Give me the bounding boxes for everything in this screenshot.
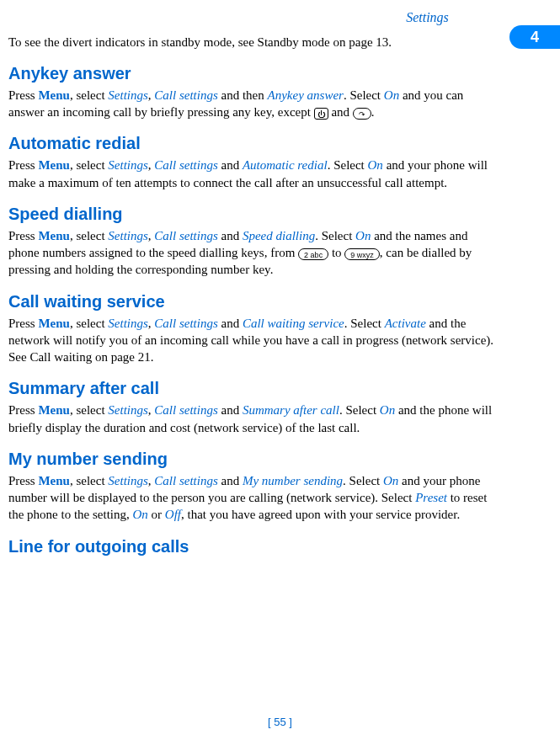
kw-on: On bbox=[380, 403, 395, 417]
kw-my-number-sending: My number sending bbox=[243, 474, 343, 487]
text: . Select bbox=[315, 229, 355, 242]
power-key-icon: ⏻ bbox=[314, 108, 328, 120]
heading-my-number-sending: My number sending bbox=[8, 448, 497, 471]
heading-automatic-redial: Automatic redial bbox=[8, 132, 497, 155]
text: , that you have agreed upon with your se… bbox=[181, 508, 460, 521]
kw-automatic-redial: Automatic redial bbox=[243, 158, 328, 172]
heading-speed-dialling: Speed dialling bbox=[8, 203, 497, 226]
intro-text-pre: To see the divert indicators in standby … bbox=[8, 35, 376, 49]
text: , select bbox=[70, 474, 108, 487]
text: Press bbox=[8, 88, 38, 102]
kw-preset: Preset bbox=[415, 491, 447, 504]
para-anykey-answer: Press Menu, select Settings, Call settin… bbox=[8, 87, 497, 121]
kw-settings: Settings bbox=[108, 474, 148, 487]
kw-speed-dialling: Speed dialling bbox=[243, 229, 315, 242]
heading-summary-after-call: Summary after call bbox=[8, 377, 497, 400]
text: and bbox=[328, 105, 353, 119]
end-key-icon: ↷ bbox=[353, 108, 371, 120]
page-footer: [ 55 ] bbox=[0, 715, 560, 730]
kw-call-settings: Call settings bbox=[154, 229, 217, 242]
category-label: Settings bbox=[406, 10, 449, 24]
text: , select bbox=[70, 229, 108, 242]
kw-settings: Settings bbox=[108, 403, 148, 417]
text: , select bbox=[70, 403, 108, 417]
intro-paragraph: To see the divert indicators in standby … bbox=[8, 34, 497, 51]
text: . Select bbox=[343, 474, 383, 487]
text: . bbox=[371, 105, 375, 119]
kw-call-settings: Call settings bbox=[154, 158, 217, 172]
kw-call-settings: Call settings bbox=[154, 403, 217, 417]
text: , select bbox=[70, 158, 108, 172]
kw-anykey-answer: Anykey answer bbox=[268, 88, 344, 102]
chapter-number: 4 bbox=[531, 27, 539, 47]
kw-menu: Menu bbox=[38, 229, 70, 242]
kw-on: On bbox=[355, 229, 371, 242]
kw-on: On bbox=[368, 158, 383, 172]
kw-menu: Menu bbox=[38, 317, 70, 330]
kw-call-waiting-service: Call waiting service bbox=[243, 317, 344, 330]
page-number: [ 55 ] bbox=[268, 716, 292, 728]
text: Press bbox=[8, 403, 38, 417]
para-automatic-redial: Press Menu, select Settings, Call settin… bbox=[8, 157, 497, 191]
chapter-tab: 4 bbox=[509, 25, 560, 49]
key-2-icon: 2 abc bbox=[298, 248, 328, 260]
text: and bbox=[218, 474, 243, 487]
kw-off: Off bbox=[165, 508, 181, 521]
kw-on: On bbox=[384, 88, 399, 102]
kw-settings: Settings bbox=[108, 229, 148, 242]
text: . Select bbox=[344, 317, 385, 330]
kw-call-settings: Call settings bbox=[154, 317, 217, 330]
kw-call-settings: Call settings bbox=[154, 474, 217, 487]
para-speed-dialling: Press Menu, select Settings, Call settin… bbox=[8, 227, 497, 279]
kw-menu: Menu bbox=[38, 474, 70, 487]
text: to bbox=[328, 246, 344, 259]
text: . Select bbox=[328, 158, 368, 172]
kw-menu: Menu bbox=[38, 88, 70, 102]
text: , select bbox=[70, 317, 108, 330]
heading-anykey-answer: Anykey answer bbox=[8, 62, 497, 85]
kw-settings: Settings bbox=[108, 88, 148, 102]
text: . Select bbox=[344, 88, 384, 102]
main-content: To see the divert indicators in standby … bbox=[8, 34, 497, 558]
kw-menu: Menu bbox=[38, 158, 70, 172]
text: Press bbox=[8, 317, 38, 330]
text: Press bbox=[8, 474, 38, 487]
text: and bbox=[218, 158, 243, 172]
kw-on: On bbox=[132, 508, 147, 521]
kw-settings: Settings bbox=[108, 158, 148, 172]
heading-line-for-outgoing: Line for outgoing calls bbox=[8, 535, 497, 558]
text: . Select bbox=[339, 403, 380, 417]
kw-menu: Menu bbox=[38, 403, 70, 417]
text: , select bbox=[70, 88, 108, 102]
text: and bbox=[218, 317, 243, 330]
kw-settings: Settings bbox=[108, 317, 148, 330]
para-my-number-sending: Press Menu, select Settings, Call settin… bbox=[8, 472, 497, 524]
kw-on: On bbox=[383, 474, 398, 487]
kw-activate: Activate bbox=[385, 317, 426, 330]
para-call-waiting: Press Menu, select Settings, Call settin… bbox=[8, 315, 497, 366]
intro-text-post: . bbox=[388, 35, 392, 49]
key-9-icon: 9 wxyz bbox=[344, 248, 380, 260]
page-header-category: Settings bbox=[312, 8, 543, 27]
text: and bbox=[218, 403, 243, 417]
text: and then bbox=[218, 88, 268, 102]
text: and bbox=[218, 229, 243, 242]
kw-summary-after-call: Summary after call bbox=[243, 403, 339, 417]
heading-call-waiting: Call waiting service bbox=[8, 290, 497, 313]
text: Press bbox=[8, 158, 38, 172]
kw-call-settings: Call settings bbox=[154, 88, 217, 102]
intro-page-ref: 13 bbox=[376, 35, 388, 49]
text: or bbox=[148, 508, 165, 521]
para-summary-after-call: Press Menu, select Settings, Call settin… bbox=[8, 402, 497, 436]
text: Press bbox=[8, 229, 38, 242]
